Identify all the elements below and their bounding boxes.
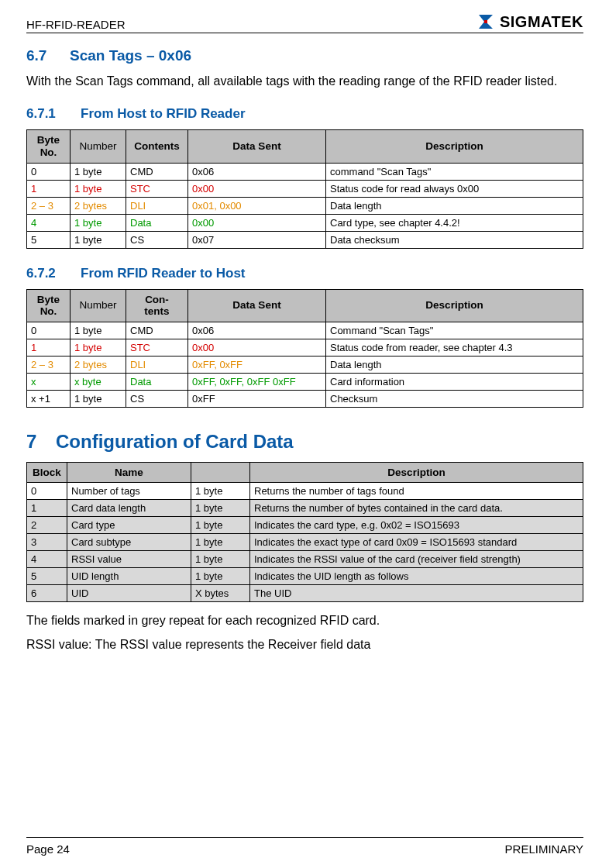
table-row: x +1 1 byte CS 0xFF Checksum (27, 390, 583, 407)
cell-data-sent: 0x06 (188, 322, 326, 339)
table-row: 3 Card subtype 1 byte Indicates the exac… (27, 534, 583, 551)
cell-description: Indicates the RSSI value of the card (re… (250, 551, 583, 568)
cell-block: 4 (27, 551, 67, 568)
cell-contents: CS (126, 390, 188, 407)
section-intro: With the Scan Tags command, all availabl… (26, 74, 583, 89)
table-row: 1 1 byte STC 0x00 Status code from reade… (27, 339, 583, 356)
cell-name: UID length (67, 568, 191, 585)
cell-data-sent: 0x00 (188, 180, 326, 197)
page-header: HF-RFID-READER SIGMATEK (26, 12, 583, 33)
cell-description: Returns the number of bytes contained in… (250, 500, 583, 517)
col-block: Block (27, 462, 67, 483)
cell-data-sent: 0xFF, 0xFF, 0xFF 0xFF (188, 373, 326, 390)
cell-description: command "Scan Tags" (326, 163, 583, 180)
cell-data-sent: 0x00 (188, 339, 326, 356)
cell-contents: Data (126, 373, 188, 390)
cell-description: Card type, see chapter 4.4.2! (326, 214, 583, 231)
chapter-number: 7 (26, 431, 56, 453)
section-6-7-heading: 6.7Scan Tags – 0x06 (26, 47, 583, 64)
cell-contents: STC (126, 339, 188, 356)
table-row: 5 UID length 1 byte Indicates the UID le… (27, 568, 583, 585)
subsection-title: From RFID Reader to Host (81, 266, 246, 281)
cell-block: 0 (27, 483, 67, 500)
cell-description: Checksum (326, 390, 583, 407)
cell-description: Status code from reader, see chapter 4.3 (326, 339, 583, 356)
svg-rect-1 (484, 20, 487, 23)
cell-description: Data checksum (326, 231, 583, 248)
cell-byte: 1 (27, 180, 71, 197)
cell-number: x byte (71, 373, 126, 390)
cell-size: 1 byte (191, 534, 250, 551)
col-description: Description (250, 462, 583, 483)
cell-number: 1 byte (71, 339, 126, 356)
cell-number: 2 bytes (71, 197, 126, 214)
col-number: Number (71, 289, 126, 322)
cell-description: Status code for read always 0x00 (326, 180, 583, 197)
cell-contents: CMD (126, 163, 188, 180)
cell-size: 1 byte (191, 568, 250, 585)
table-row: 2 – 3 2 bytes DLI 0x01, 0x00 Data length (27, 197, 583, 214)
cell-byte: x (27, 373, 71, 390)
sigma-icon (476, 12, 495, 31)
cell-contents: DLI (126, 356, 188, 373)
cell-block: 2 (27, 517, 67, 534)
table-host-to-reader: ByteNo. Number Contents Data Sent Descri… (26, 129, 583, 248)
header-left: HF-RFID-READER (26, 18, 126, 31)
table-row: 2 – 3 2 bytes DLI 0xFF, 0xFF Data length (27, 356, 583, 373)
note-grey-fields: The fields marked in grey repeat for eac… (26, 613, 583, 629)
section-number: 6.7 (26, 47, 70, 64)
cell-name: Number of tags (67, 483, 191, 500)
subsection-number: 6.7.1 (26, 106, 81, 122)
cell-number: 1 byte (71, 180, 126, 197)
cell-description: The UID (250, 585, 583, 602)
col-byte-no: ByteNo. (27, 289, 71, 322)
cell-size: X bytes (191, 585, 250, 602)
cell-byte: 2 – 3 (27, 356, 71, 373)
table-row: 5 1 byte CS 0x07 Data checksum (27, 231, 583, 248)
page-footer: Page 24 PRELIMINARY (26, 837, 583, 856)
cell-contents: DLI (126, 197, 188, 214)
chapter-7-heading: 7Configuration of Card Data (26, 431, 583, 453)
cell-block: 6 (27, 585, 67, 602)
table-row: 1 1 byte STC 0x00 Status code for read a… (27, 180, 583, 197)
col-data-sent: Data Sent (188, 289, 326, 322)
cell-data-sent: 0x07 (188, 231, 326, 248)
brand-logo: SIGMATEK (476, 12, 583, 31)
cell-byte: x +1 (27, 390, 71, 407)
chapter-title: Configuration of Card Data (56, 431, 294, 452)
cell-contents: Data (126, 214, 188, 231)
cell-description: Card information (326, 373, 583, 390)
cell-byte: 2 – 3 (27, 197, 71, 214)
cell-size: 1 byte (191, 500, 250, 517)
cell-number: 1 byte (71, 163, 126, 180)
footer-status: PRELIMINARY (505, 842, 583, 856)
cell-description: Indicates the card type, e.g. 0x02 = ISO… (250, 517, 583, 534)
cell-block: 5 (27, 568, 67, 585)
cell-contents: STC (126, 180, 188, 197)
cell-description: Data length (326, 356, 583, 373)
cell-block: 1 (27, 500, 67, 517)
subsection-title: From Host to RFID Reader (81, 106, 246, 121)
cell-number: 1 byte (71, 214, 126, 231)
cell-name: Card data length (67, 500, 191, 517)
col-byte-no: ByteNo. (27, 130, 71, 163)
subsection-number: 6.7.2 (26, 266, 81, 281)
col-data-sent: Data Sent (188, 130, 326, 163)
col-number: Number (71, 130, 126, 163)
cell-name: UID (67, 585, 191, 602)
subsection-6-7-2-heading: 6.7.2From RFID Reader to Host (26, 266, 583, 281)
col-size (191, 462, 250, 483)
cell-size: 1 byte (191, 517, 250, 534)
cell-contents: CS (126, 231, 188, 248)
cell-number: 1 byte (71, 322, 126, 339)
table-row: 6 UID X bytes The UID (27, 585, 583, 602)
table-row: 4 1 byte Data 0x00 Card type, see chapte… (27, 214, 583, 231)
section-title: Scan Tags – 0x06 (70, 47, 191, 64)
cell-data-sent: 0x01, 0x00 (188, 197, 326, 214)
table-row: 1 Card data length 1 byte Returns the nu… (27, 500, 583, 517)
cell-data-sent: 0xFF, 0xFF (188, 356, 326, 373)
cell-byte: 5 (27, 231, 71, 248)
cell-number: 1 byte (71, 231, 126, 248)
cell-name: Card subtype (67, 534, 191, 551)
note-rssi: RSSI value: The RSSI value represents th… (26, 637, 583, 653)
